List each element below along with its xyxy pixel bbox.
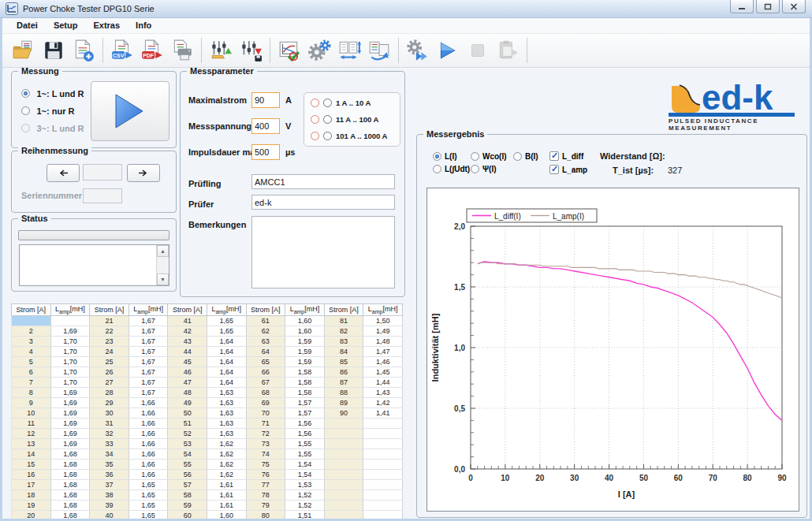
export-csv-button[interactable]: CSV	[107, 35, 137, 65]
table-cell[interactable]: 1,64	[207, 337, 246, 347]
table-cell[interactable]: 1,61	[207, 490, 246, 501]
minimize-button[interactable]	[730, 0, 754, 13]
table-cell[interactable]: 63	[246, 337, 285, 347]
table-cell[interactable]: 51	[168, 419, 207, 429]
table-cell[interactable]	[324, 470, 363, 480]
table-cell[interactable]: 1,67	[129, 367, 168, 378]
radio-psi[interactable]: Ψ(I)	[471, 165, 497, 173]
table-cell[interactable]: 1,52	[285, 490, 325, 501]
table-cell[interactable]: 1,61	[207, 480, 246, 490]
table-cell[interactable]: 1,62	[207, 460, 246, 470]
table-cell[interactable]: 1,69	[50, 408, 90, 419]
table-cell[interactable]: 1,59	[285, 357, 325, 367]
table-cell[interactable]: 1,64	[207, 367, 246, 378]
radio-ludt[interactable]: L(∫Udt)	[433, 165, 470, 173]
table-cell[interactable]: 67	[246, 378, 285, 388]
save-button[interactable]	[39, 35, 69, 65]
table-cell[interactable]: 42	[168, 326, 207, 337]
table-cell[interactable]: 1,52	[285, 501, 325, 511]
compare-measurements-button[interactable]	[364, 35, 394, 65]
table-cell[interactable]: 22	[90, 326, 129, 337]
table-cell[interactable]: 78	[246, 490, 285, 501]
table-cell[interactable]: 1,66	[129, 449, 168, 460]
table-cell[interactable]: 70	[246, 408, 285, 419]
table-cell[interactable]: 16	[12, 470, 51, 480]
impulsdauer-field[interactable]	[251, 144, 280, 160]
table-cell[interactable]: 43	[168, 337, 207, 347]
table-cell[interactable]: 3	[12, 337, 51, 347]
table-cell[interactable]: 32	[90, 429, 129, 439]
table-cell[interactable]: 1,66	[129, 470, 168, 480]
pulse-config-button[interactable]	[334, 35, 364, 65]
table-cell[interactable]: 25	[90, 357, 129, 367]
table-cell[interactable]: 1,49	[363, 326, 403, 337]
table-cell[interactable]	[324, 501, 363, 511]
table-cell[interactable]	[363, 460, 403, 470]
table-cell[interactable]: 1,66	[129, 429, 168, 439]
table-cell[interactable]: 61	[246, 316, 285, 326]
table-cell[interactable]: 24	[90, 347, 129, 357]
table-cell[interactable]: 1,63	[207, 408, 246, 419]
table-cell[interactable]: 81	[324, 316, 363, 326]
table-cell[interactable]: 1,69	[50, 326, 90, 337]
table-cell[interactable]: 1,59	[285, 337, 325, 347]
table-cell[interactable]: 38	[90, 490, 129, 501]
table-cell[interactable]: 1,68	[50, 490, 90, 501]
maximalstrom-field[interactable]	[251, 92, 280, 108]
table-cell[interactable]: 74	[246, 449, 285, 460]
table-cell[interactable]: 1,65	[207, 316, 246, 326]
table-cell[interactable]: 73	[246, 439, 285, 449]
title-bar[interactable]: Power Choke Tester DPG10 Serie	[0, 0, 812, 18]
table-cell[interactable]: 5	[12, 357, 51, 367]
table-cell[interactable]: 1,58	[285, 367, 325, 378]
copy-results-button[interactable]	[493, 35, 523, 65]
table-cell[interactable]: 1,53	[285, 480, 325, 490]
table-cell[interactable]: 1,60	[285, 316, 325, 326]
table-cell[interactable]: 1,63	[207, 398, 246, 408]
menu-info[interactable]: Info	[128, 17, 159, 33]
chart-settings-button[interactable]	[274, 35, 304, 65]
table-cell[interactable]: 1,55	[285, 439, 325, 449]
table-cell[interactable]: 1,70	[50, 357, 90, 367]
open-file-button[interactable]	[9, 35, 39, 65]
status-log-scrollbar[interactable]: ▲ ▼	[156, 245, 169, 285]
radio-wco[interactable]: Wco(I)	[471, 152, 507, 161]
status-log[interactable]: ▲ ▼	[19, 244, 169, 286]
table-cell[interactable]	[363, 480, 403, 490]
table-cell[interactable]: 65	[246, 357, 285, 367]
table-cell[interactable]: 83	[324, 337, 363, 347]
table-cell[interactable]: 27	[90, 378, 129, 388]
table-cell[interactable]	[324, 429, 363, 439]
scroll-up-icon[interactable]: ▲	[157, 245, 169, 257]
table-cell[interactable]: 56	[168, 470, 207, 480]
table-cell[interactable]: 1,65	[129, 480, 168, 490]
table-cell[interactable]: 1,70	[50, 367, 90, 378]
table-cell[interactable]: 1,58	[285, 378, 325, 388]
table-cell[interactable]: 1,67	[129, 326, 168, 337]
table-cell[interactable]: 1,67	[129, 388, 168, 398]
table-cell[interactable]	[324, 460, 363, 470]
table-cell[interactable]: 1,57	[285, 398, 325, 408]
table-cell[interactable]: 1,45	[363, 367, 403, 378]
pruefer-field[interactable]	[251, 195, 395, 210]
table-cell[interactable]: 77	[246, 480, 285, 490]
radio-bi[interactable]: B(I)	[513, 152, 538, 161]
table-cell[interactable]: 1,67	[129, 337, 168, 347]
table-cell[interactable]	[324, 419, 363, 429]
table-cell[interactable]: 1,41	[363, 408, 403, 419]
table-cell[interactable]: 1,42	[363, 398, 403, 408]
table-cell[interactable]: 1,44	[363, 378, 403, 388]
table-cell[interactable]: 1,67	[129, 347, 168, 357]
table-cell[interactable]: 1,64	[207, 357, 246, 367]
table-cell[interactable]: 1,58	[285, 388, 325, 398]
table-cell[interactable]: 1,69	[50, 419, 90, 429]
table-cell[interactable]: 57	[168, 480, 207, 490]
scroll-down-icon[interactable]: ▼	[157, 274, 169, 285]
table-cell[interactable]: 30	[90, 408, 129, 419]
table-cell[interactable]: 49	[168, 398, 207, 408]
table-cell[interactable]: 1,47	[363, 347, 403, 357]
table-cell[interactable]: 1,68	[50, 480, 90, 490]
export-pdf-button[interactable]: PDF	[137, 35, 167, 65]
table-cell[interactable]: 1,48	[363, 337, 403, 347]
table-cell[interactable]: 82	[324, 326, 363, 337]
